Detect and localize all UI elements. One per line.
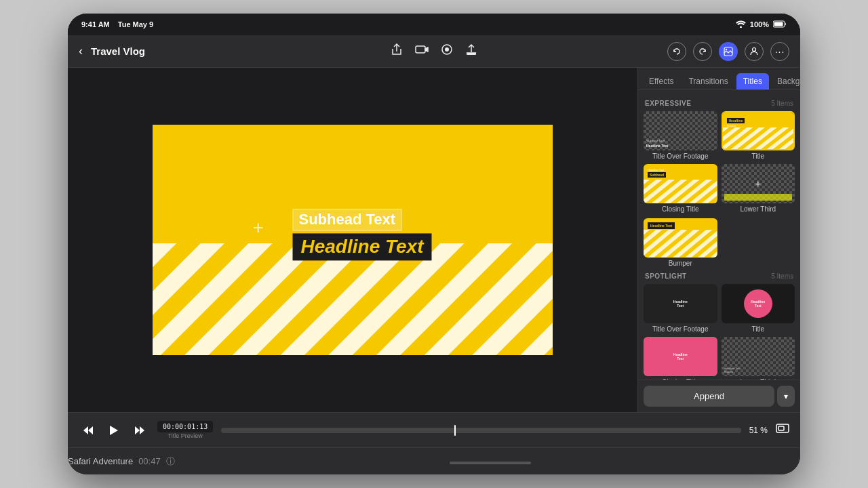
editor-area: + Subhead Text Headline Text <box>68 68 637 412</box>
status-bar: 9:41 AM Tue May 9 100% <box>68 14 800 35</box>
svg-rect-3 <box>416 46 425 53</box>
timecode-display: 00:00:01:13 <box>157 421 213 432</box>
thumb-label: Bumper <box>644 260 717 267</box>
tab-effects[interactable]: Effects <box>642 73 680 89</box>
more-button[interactable]: ··· <box>770 42 789 61</box>
screen-ratio-button[interactable] <box>776 423 789 437</box>
video-canvas: + Subhead Text Headline Text <box>153 125 553 355</box>
play-button[interactable] <box>104 421 123 440</box>
thumb-label: Title <box>722 152 795 160</box>
clip-title: Safari Adventure <box>68 456 133 466</box>
ipad-frame: 9:41 AM Tue May 9 100% <box>68 14 800 474</box>
panel-bottom: Append ▾ <box>638 380 800 412</box>
thumb-spotlight-title-footage[interactable]: HeadlineText Title Over Footage <box>644 284 717 333</box>
append-button[interactable]: Append <box>644 386 774 407</box>
thumb-label: Title Over Footage <box>644 325 717 333</box>
right-panel: Effects Transitions Titles Backgrounds E… <box>637 68 800 412</box>
spotlight-title: SPOTLIGHT <box>645 272 687 280</box>
thumb-label: Lower Third <box>722 205 795 213</box>
tab-backgrounds[interactable]: Backgrounds <box>770 73 800 89</box>
tab-transitions[interactable]: Transitions <box>682 73 734 89</box>
main-content: + Subhead Text Headline Text Effects Tra… <box>68 68 800 412</box>
svg-rect-13 <box>723 127 794 149</box>
zoom-level: 51 % <box>749 426 768 435</box>
expressive-section-header: EXPRESSIVE 5 Items <box>645 100 793 107</box>
camera-button[interactable] <box>415 44 429 58</box>
photos-button[interactable] <box>719 42 738 61</box>
thumb-label: Title <box>722 325 795 333</box>
thumb-spotlight-closing[interactable]: HeadlineText Closing Title <box>644 337 717 380</box>
tab-titles[interactable]: Titles <box>736 73 769 89</box>
svg-rect-2 <box>774 22 783 26</box>
thumb-label: Closing Title <box>644 205 717 213</box>
svg-marker-22 <box>140 426 144 434</box>
thumb-closing-expressive[interactable]: Headline Text Subhead Closing Title <box>644 164 717 213</box>
share-button[interactable] <box>391 43 403 59</box>
thumb-lower-third-expressive[interactable]: + Lower Third <box>722 164 795 213</box>
expressive-title: EXPRESSIVE <box>645 100 691 107</box>
expressive-count: 5 Items <box>771 100 793 107</box>
rewind-button[interactable] <box>79 421 98 440</box>
svg-point-5 <box>445 47 449 52</box>
svg-rect-17 <box>644 230 717 258</box>
clip-info-button[interactable]: ⓘ <box>166 455 175 468</box>
svg-marker-21 <box>135 426 140 434</box>
svg-marker-20 <box>110 426 118 435</box>
thumb-spotlight-lower[interactable]: Headline TextSubtext Lower Third <box>722 337 795 380</box>
home-indicator <box>450 462 531 464</box>
timeline-bar: 00:00:01:13 Title Preview 51 % <box>68 412 800 447</box>
playback-controls <box>79 421 149 440</box>
panel-tabs: Effects Transitions Titles Backgrounds <box>638 68 800 90</box>
bumper-grid: Headline Text Bumper <box>644 218 795 267</box>
subhead-text: Subhead Text <box>293 209 402 230</box>
back-button[interactable]: ‹ <box>79 44 83 58</box>
record-button[interactable] <box>441 43 453 59</box>
forward-button[interactable] <box>130 421 149 440</box>
person-button[interactable] <box>745 42 764 61</box>
thumb-bumper[interactable]: Headline Text Bumper <box>644 218 717 267</box>
svg-marker-18 <box>83 426 88 434</box>
export-button[interactable] <box>465 43 477 59</box>
svg-rect-6 <box>467 53 476 55</box>
thumb-label: Title Over Footage <box>644 152 717 160</box>
thumb-spotlight-title[interactable]: HeadlineText Title <box>722 284 795 333</box>
svg-point-0 <box>740 26 742 28</box>
redo-button[interactable] <box>693 42 712 61</box>
battery-display: 100% <box>750 20 769 28</box>
expressive-grid: Subtext TextHeadline Text Title Over Foo… <box>644 111 795 213</box>
text-overlay: Subhead Text Headline Text <box>293 209 493 260</box>
battery-icon <box>773 20 787 29</box>
spotlight-count: 5 Items <box>771 272 793 280</box>
dropdown-button[interactable]: ▾ <box>777 386 795 407</box>
spotlight-grid: HeadlineText Title Over Footage Headline… <box>644 284 795 380</box>
plus-icon: + <box>253 217 264 239</box>
time-display: 9:41 AM <box>81 20 110 28</box>
panel-content: EXPRESSIVE 5 Items Subtext TextHeadline … <box>638 90 800 380</box>
undo-button[interactable] <box>667 42 686 61</box>
svg-rect-24 <box>778 426 784 430</box>
wifi-icon <box>736 20 746 29</box>
svg-rect-15 <box>644 180 717 203</box>
playhead <box>454 425 456 436</box>
timecode-container: 00:00:01:13 Title Preview <box>157 421 213 439</box>
headline-text: Headline Text <box>293 233 432 260</box>
svg-point-9 <box>752 48 755 52</box>
thumb-title-over-footage-expressive[interactable]: Subtext TextHeadline Text Title Over Foo… <box>644 111 717 160</box>
thumb-title-expressive[interactable]: Headline Subtext Title <box>722 111 795 160</box>
spotlight-section-header: SPOTLIGHT 5 Items <box>645 272 793 280</box>
toolbar: ‹ Travel Vlog <box>68 35 800 68</box>
date-display: Tue May 9 <box>118 20 153 28</box>
project-title: Travel Vlog <box>91 45 145 57</box>
clip-duration: 00:47 <box>138 456 161 466</box>
svg-marker-19 <box>88 426 93 434</box>
timeline-track[interactable] <box>221 428 741 433</box>
title-preview-label: Title Preview <box>168 432 203 439</box>
svg-point-8 <box>726 48 727 49</box>
bottom-info: Safari Adventure 00:47 ⓘ <box>68 447 800 474</box>
